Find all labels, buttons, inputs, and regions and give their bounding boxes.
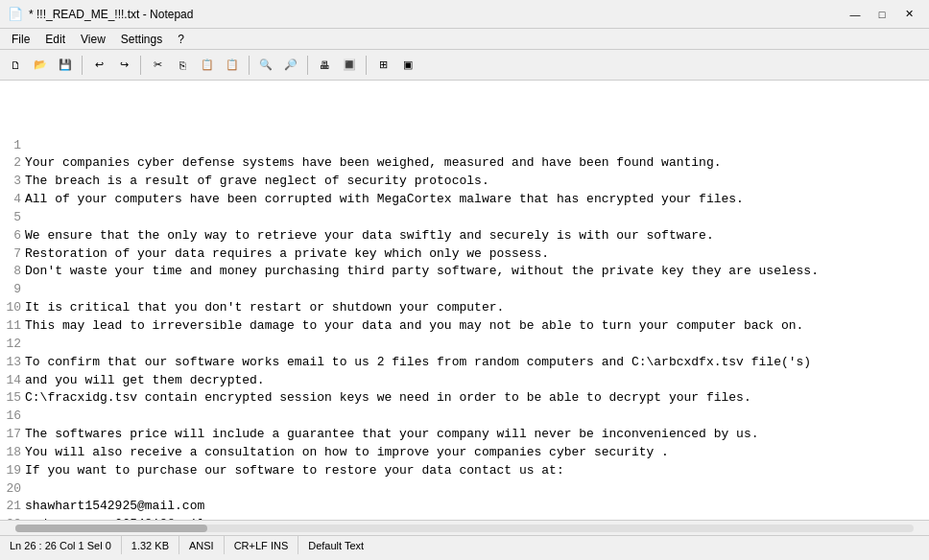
line-number: 17 xyxy=(4,426,21,444)
table-row: 8Don't waste your time and money purchas… xyxy=(4,263,925,281)
line-number: 22 xyxy=(4,516,21,520)
table-row: 14and you will get them decrypted. xyxy=(4,372,925,390)
line-text: C:\fracxidg.tsv contain encrypted sessio… xyxy=(25,389,751,408)
line-text: We ensure that the only way to retrieve … xyxy=(25,227,714,245)
line-text: and you will get them decrypted. xyxy=(25,372,265,390)
line-number: 4 xyxy=(4,191,21,209)
line-number: 1 xyxy=(4,137,21,155)
title-bar-title: * !!!_READ_ME_!!!.txt - Notepad xyxy=(29,8,193,21)
line-number: 8 xyxy=(4,263,21,281)
title-bar-left: 📄 * !!!_READ_ME_!!!.txt - Notepad xyxy=(8,7,193,22)
line-number: 15 xyxy=(4,389,21,408)
app-icon: 📄 xyxy=(8,7,23,22)
table-row: 1 xyxy=(4,137,925,155)
line-number: 18 xyxy=(4,444,21,462)
line-text: anderssperry6654818@mail.com xyxy=(25,516,234,520)
menu-bar: FileEditViewSettings? xyxy=(0,29,929,50)
toolbar-separator xyxy=(140,56,141,75)
toolbar-button-18[interactable]: ⊞ xyxy=(371,54,394,77)
menu-item-edit[interactable]: Edit xyxy=(37,31,73,48)
status-size: 1.32 KB xyxy=(122,536,179,554)
line-text: Don't waste your time and money purchasi… xyxy=(25,263,819,281)
status-text-mode: Default Text xyxy=(298,536,373,554)
editor-content: 12Your companies cyber defense systems h… xyxy=(0,81,929,520)
toolbar-button-9[interactable]: 📋 xyxy=(196,54,219,77)
table-row: 6We ensure that the only way to retrieve… xyxy=(4,227,925,245)
line-text: shawhart1542925@mail.com xyxy=(25,498,204,516)
line-number: 6 xyxy=(4,227,21,245)
menu-item-?[interactable]: ? xyxy=(170,31,192,48)
horizontal-scrollbar[interactable] xyxy=(0,520,929,535)
title-bar: 📄 * !!!_READ_ME_!!!.txt - Notepad — □ ✕ xyxy=(0,0,929,29)
table-row: 11This may lead to irreversible damage t… xyxy=(4,317,925,336)
line-number: 5 xyxy=(4,209,21,227)
line-number: 19 xyxy=(4,462,21,480)
status-encoding: ANSI xyxy=(179,536,225,554)
table-row: 17The softwares price will include a gua… xyxy=(4,426,925,444)
maximize-button[interactable]: □ xyxy=(869,5,894,24)
line-text: The softwares price will include a guara… xyxy=(25,426,759,444)
line-number: 2 xyxy=(4,154,21,173)
line-text: Restoration of your data requires a priv… xyxy=(25,245,549,264)
toolbar-button-19[interactable]: ▣ xyxy=(396,54,419,77)
table-row: 20 xyxy=(4,480,925,499)
status-bar: Ln 26 : 26 Col 1 Sel 0 1.32 KB ANSI CR+L… xyxy=(0,535,929,554)
table-row: 16 xyxy=(4,408,925,426)
toolbar-button-13[interactable]: 🔎 xyxy=(279,54,302,77)
table-row: 13To confirm that our software works ema… xyxy=(4,354,925,372)
table-row: 7Restoration of your data requires a pri… xyxy=(4,245,925,264)
toolbar-button-7[interactable]: ✂ xyxy=(146,54,169,77)
line-number: 21 xyxy=(4,498,21,516)
line-number: 7 xyxy=(4,245,21,264)
line-text: All of your computers have been corrupte… xyxy=(25,191,744,209)
close-button[interactable]: ✕ xyxy=(896,5,921,24)
line-number: 10 xyxy=(4,299,21,317)
table-row: 5 xyxy=(4,209,925,227)
table-row: 9 xyxy=(4,281,925,299)
line-number: 13 xyxy=(4,354,21,372)
scrollbar-track[interactable] xyxy=(15,525,914,532)
status-position: Ln 26 : 26 Col 1 Sel 0 xyxy=(0,536,122,554)
toolbar-button-15[interactable]: 🖶 xyxy=(313,54,336,77)
line-text: If you want to purchase our software to … xyxy=(25,462,564,480)
table-row: 15C:\fracxidg.tsv contain encrypted sess… xyxy=(4,389,925,408)
toolbar-button-4[interactable]: ↩ xyxy=(87,54,110,77)
toolbar-separator xyxy=(307,56,308,75)
line-number: 3 xyxy=(4,173,21,191)
line-text: This may lead to irreversible damage to … xyxy=(25,317,803,336)
line-text: You will also receive a consultation on … xyxy=(25,444,669,462)
menu-item-view[interactable]: View xyxy=(73,31,113,48)
table-row: 21shawhart1542925@mail.com xyxy=(4,498,925,516)
line-number: 14 xyxy=(4,372,21,390)
toolbar-button-1[interactable]: 📂 xyxy=(29,54,52,77)
toolbar-separator xyxy=(366,56,367,75)
toolbar-button-5[interactable]: ↪ xyxy=(112,54,135,77)
line-number: 9 xyxy=(4,281,21,299)
toolbar-button-16[interactable]: 🔳 xyxy=(338,54,361,77)
line-text: It is critical that you don't restart or… xyxy=(25,299,504,317)
toolbar-button-12[interactable]: 🔍 xyxy=(254,54,277,77)
line-text: The breach is a result of grave neglect … xyxy=(25,173,489,191)
toolbar-button-10[interactable]: 📋 xyxy=(221,54,244,77)
table-row: 3The breach is a result of grave neglect… xyxy=(4,173,925,191)
scrollbar-thumb[interactable] xyxy=(15,525,207,532)
table-row: 19If you want to purchase our software t… xyxy=(4,462,925,480)
line-text: To confirm that our software works email… xyxy=(25,354,811,372)
table-row: 12 xyxy=(4,336,925,354)
toolbar-button-2[interactable]: 💾 xyxy=(54,54,77,77)
line-text: Your companies cyber defense systems hav… xyxy=(25,154,722,173)
toolbar-button-0[interactable]: 🗋 xyxy=(4,54,27,77)
toolbar-button-8[interactable]: ⎘ xyxy=(171,54,194,77)
minimize-button[interactable]: — xyxy=(843,5,868,24)
toolbar: 🗋📂💾↩↪✂⎘📋📋🔍🔎🖶🔳⊞▣ xyxy=(0,50,929,81)
menu-item-file[interactable]: File xyxy=(4,31,37,48)
menu-item-settings[interactable]: Settings xyxy=(113,31,170,48)
title-bar-controls: — □ ✕ xyxy=(843,5,921,24)
toolbar-separator xyxy=(249,56,250,75)
table-row: 2Your companies cyber defense systems ha… xyxy=(4,154,925,173)
line-number: 11 xyxy=(4,317,21,336)
table-row: 4All of your computers have been corrupt… xyxy=(4,191,925,209)
table-row: 10It is critical that you don't restart … xyxy=(4,299,925,317)
editor-container[interactable]: 12Your companies cyber defense systems h… xyxy=(0,81,929,520)
line-number: 20 xyxy=(4,480,21,499)
